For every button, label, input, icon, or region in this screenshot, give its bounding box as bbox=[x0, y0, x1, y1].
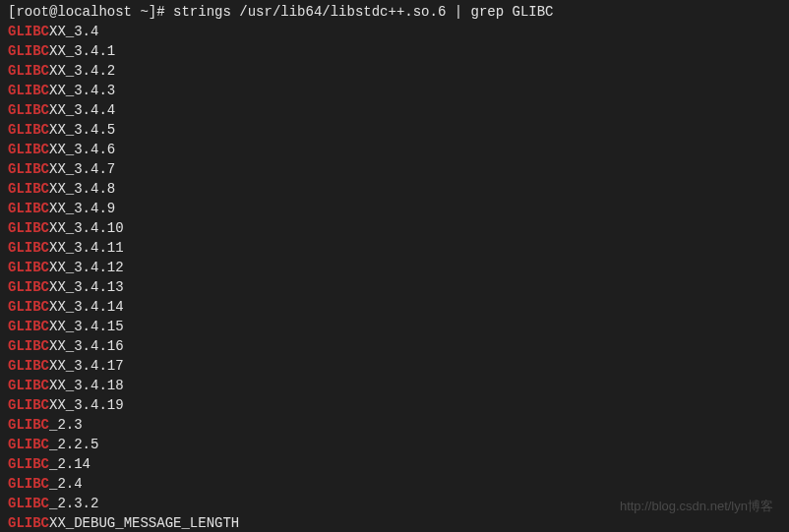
output-rest: XX_3.4.5 bbox=[49, 122, 115, 138]
output-rest: XX_3.4.19 bbox=[49, 397, 124, 413]
grep-match: GLIBC bbox=[8, 299, 49, 315]
output-rest: XX_3.4.14 bbox=[49, 299, 124, 315]
output-rest: XX_3.4.11 bbox=[49, 240, 124, 256]
grep-match: GLIBC bbox=[8, 279, 49, 295]
grep-match: GLIBC bbox=[8, 476, 49, 492]
grep-match: GLIBC bbox=[8, 319, 49, 334]
prompt-close-bracket: ] bbox=[149, 4, 156, 20]
output-rest: XX_3.4.8 bbox=[49, 181, 115, 197]
grep-match: GLIBC bbox=[8, 161, 49, 177]
output-rest: XX_3.4.12 bbox=[49, 260, 124, 275]
output-line: GLIBCXX_3.4.16 bbox=[8, 336, 781, 356]
grep-match: GLIBC bbox=[8, 417, 49, 433]
grep-match: GLIBC bbox=[8, 63, 49, 79]
output-line: GLIBC_2.14 bbox=[8, 454, 781, 474]
grep-match: GLIBC bbox=[8, 456, 49, 472]
grep-match: GLIBC bbox=[8, 496, 49, 511]
output-line: GLIBCXX_3.4.8 bbox=[8, 179, 781, 199]
output-line: GLIBCXX_3.4.19 bbox=[8, 395, 781, 415]
grep-match: GLIBC bbox=[8, 142, 49, 157]
grep-match: GLIBC bbox=[8, 260, 49, 275]
terminal-prompt-line[interactable]: [root@localhost ~]# strings /usr/lib64/l… bbox=[8, 2, 781, 22]
output-line: GLIBC_2.3 bbox=[8, 415, 781, 435]
output-rest: XX_3.4.17 bbox=[49, 358, 124, 374]
grep-match: GLIBC bbox=[8, 437, 49, 452]
output-line: GLIBCXX_3.4.7 bbox=[8, 159, 781, 179]
output-line: GLIBCXX_3.4.15 bbox=[8, 317, 781, 336]
grep-match: GLIBC bbox=[8, 43, 49, 59]
output-rest: XX_3.4.3 bbox=[49, 83, 115, 98]
grep-match: GLIBC bbox=[8, 181, 49, 197]
grep-match: GLIBC bbox=[8, 397, 49, 413]
output-rest: _2.4 bbox=[49, 476, 83, 492]
output-line: GLIBCXX_3.4.3 bbox=[8, 81, 781, 100]
output-rest: _2.3.2 bbox=[49, 496, 98, 511]
output-rest: XX_3.4.4 bbox=[49, 102, 115, 118]
output-rest: XX_3.4.18 bbox=[49, 378, 124, 393]
output-line: GLIBCXX_3.4.13 bbox=[8, 277, 781, 297]
output-rest: XX_DEBUG_MESSAGE_LENGTH bbox=[49, 515, 239, 531]
output-rest: XX_3.4.1 bbox=[49, 43, 115, 59]
output-rest: _2.14 bbox=[49, 456, 91, 472]
output-rest: _2.2.5 bbox=[49, 437, 98, 452]
output-line: GLIBCXX_3.4.2 bbox=[8, 61, 781, 81]
output-rest: XX_3.4.7 bbox=[49, 161, 115, 177]
terminal-command: strings /usr/lib64/libstdc++.so.6 | grep… bbox=[173, 4, 553, 20]
terminal-output: GLIBCXX_3.4GLIBCXX_3.4.1GLIBCXX_3.4.2GLI… bbox=[8, 22, 781, 532]
grep-match: GLIBC bbox=[8, 122, 49, 138]
output-rest: XX_3.4 bbox=[49, 24, 98, 39]
watermark-text: http://blog.csdn.net/lyn博客 bbox=[620, 497, 773, 516]
grep-match: GLIBC bbox=[8, 378, 49, 393]
output-line: GLIBCXX_3.4.11 bbox=[8, 238, 781, 258]
grep-match: GLIBC bbox=[8, 338, 49, 354]
grep-match: GLIBC bbox=[8, 83, 49, 98]
output-line: GLIBCXX_3.4.18 bbox=[8, 376, 781, 395]
grep-match: GLIBC bbox=[8, 240, 49, 256]
output-line: GLIBCXX_3.4.17 bbox=[8, 356, 781, 376]
output-rest: _2.3 bbox=[49, 417, 83, 433]
prompt-path: ~ bbox=[140, 4, 148, 20]
grep-match: GLIBC bbox=[8, 515, 49, 531]
output-rest: XX_3.4.16 bbox=[49, 338, 124, 354]
output-rest: XX_3.4.13 bbox=[49, 279, 124, 295]
output-line: GLIBCXX_3.4.9 bbox=[8, 199, 781, 218]
output-line: GLIBCXX_3.4.6 bbox=[8, 140, 781, 159]
output-line: GLIBCXX_3.4.1 bbox=[8, 41, 781, 61]
grep-match: GLIBC bbox=[8, 220, 49, 236]
prompt-user-host: root@localhost bbox=[16, 4, 132, 20]
output-rest: XX_3.4.2 bbox=[49, 63, 115, 79]
prompt-symbol: # bbox=[156, 4, 164, 20]
output-line: GLIBCXX_3.4.4 bbox=[8, 100, 781, 120]
output-line: GLIBCXX_3.4.12 bbox=[8, 258, 781, 277]
output-line: GLIBCXX_3.4 bbox=[8, 22, 781, 41]
output-rest: XX_3.4.10 bbox=[49, 220, 124, 236]
output-line: GLIBC_2.4 bbox=[8, 474, 781, 494]
grep-match: GLIBC bbox=[8, 201, 49, 216]
output-line: GLIBCXX_3.4.14 bbox=[8, 297, 781, 317]
output-rest: XX_3.4.15 bbox=[49, 319, 124, 334]
grep-match: GLIBC bbox=[8, 358, 49, 374]
output-rest: XX_3.4.6 bbox=[49, 142, 115, 157]
grep-match: GLIBC bbox=[8, 24, 49, 39]
grep-match: GLIBC bbox=[8, 102, 49, 118]
output-rest: XX_3.4.9 bbox=[49, 201, 115, 216]
output-line: GLIBC_2.2.5 bbox=[8, 435, 781, 454]
output-line: GLIBCXX_3.4.10 bbox=[8, 218, 781, 238]
output-line: GLIBCXX_3.4.5 bbox=[8, 120, 781, 140]
